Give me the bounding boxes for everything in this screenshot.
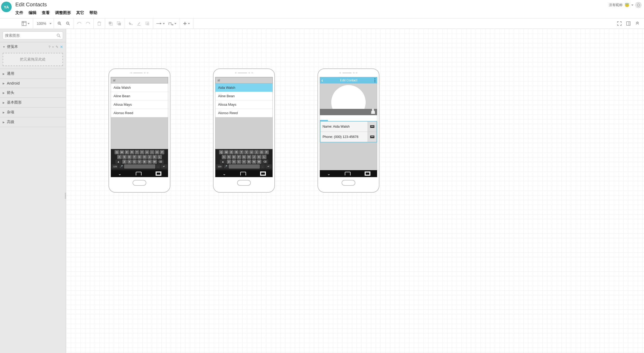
svg-rect-3 bbox=[22, 21, 26, 26]
svg-line-11 bbox=[69, 24, 70, 25]
search-icon[interactable] bbox=[57, 34, 61, 38]
undo-button[interactable] bbox=[76, 20, 83, 27]
phone-mockup-1[interactable]: al Aida Walsh Aline Bean Alissa Mays Alo… bbox=[108, 68, 170, 193]
view-mode-dropdown[interactable] bbox=[21, 21, 31, 26]
redo-button[interactable] bbox=[84, 20, 91, 27]
svg-rect-21 bbox=[137, 25, 140, 26]
menu-arrange[interactable]: 调整图形 bbox=[55, 10, 71, 15]
globe-icon[interactable] bbox=[636, 2, 641, 8]
zoom-out-button[interactable] bbox=[65, 20, 71, 27]
phone1-search-field: al bbox=[111, 77, 168, 83]
diagram-canvas[interactable]: al Aida Walsh Aline Bean Alissa Mays Alo… bbox=[66, 29, 644, 353]
user-dropdown-icon[interactable] bbox=[631, 4, 633, 6]
user-nickname-label: 没有昵称 bbox=[609, 3, 623, 7]
insert-dropdown[interactable] bbox=[182, 22, 191, 25]
phone3-name-action bbox=[368, 122, 377, 132]
person-icon bbox=[371, 110, 375, 114]
document-title[interactable]: Edit Contacts bbox=[15, 1, 609, 9]
format-panel-button[interactable] bbox=[625, 20, 632, 27]
phone1-home-button bbox=[133, 180, 146, 186]
phone2-keyboard: QWERTYUIOP ASDFGHJKL ▲ZXCVBNM⌫ 123🎤.↵ bbox=[215, 149, 273, 170]
svg-rect-23 bbox=[147, 23, 149, 25]
scratchpad-help-button[interactable]: ? bbox=[48, 45, 50, 49]
category-general[interactable]: ▶通用 bbox=[0, 69, 66, 78]
phone1-contact-item: Aida Walsh bbox=[111, 83, 168, 92]
phone3-home-button bbox=[342, 180, 355, 186]
svg-rect-16 bbox=[109, 22, 111, 24]
scratchpad-title: 便笺本 bbox=[7, 44, 18, 49]
category-android[interactable]: ▶Android bbox=[0, 78, 66, 88]
toolbar: 100% bbox=[0, 18, 644, 29]
menu-file[interactable]: 文件 bbox=[15, 10, 23, 15]
svg-rect-13 bbox=[98, 22, 101, 25]
to-front-button[interactable] bbox=[107, 20, 114, 27]
phone-mockup-2[interactable]: al Aida Walsh Aline Bean Alissa Mays Alo… bbox=[213, 68, 275, 193]
phone2-contact-item: Aline Bean bbox=[215, 92, 273, 100]
waypoint-dropdown[interactable] bbox=[167, 22, 178, 25]
category-arrows[interactable]: ▶箭头 bbox=[0, 88, 66, 97]
menu-edit[interactable]: 编辑 bbox=[29, 10, 37, 15]
collapse-button[interactable] bbox=[634, 20, 641, 27]
line-color-button[interactable] bbox=[135, 20, 142, 27]
zoom-in-button[interactable] bbox=[56, 20, 63, 27]
phone1-contact-item: Aline Bean bbox=[111, 92, 168, 100]
phone3-menu-icon bbox=[374, 78, 375, 82]
zoom-dropdown-icon[interactable] bbox=[49, 23, 52, 24]
scratchpad-edit-button[interactable]: ✎ bbox=[56, 45, 58, 49]
fullscreen-button[interactable] bbox=[616, 20, 623, 27]
zoom-level[interactable]: 100% bbox=[35, 21, 48, 26]
phone1-contact-item: Alonso Reed bbox=[111, 109, 168, 117]
scratchpad-add-button[interactable]: + bbox=[52, 45, 54, 49]
svg-point-29 bbox=[57, 34, 60, 36]
phone1-keyboard: QWERTYUIOP ASDFGHJKL ▲ZXCVBNM⌫ 123🎤.↵ bbox=[111, 149, 168, 170]
menu-help[interactable]: 帮助 bbox=[89, 10, 97, 15]
svg-rect-27 bbox=[627, 22, 630, 25]
shapes-sidebar: ▼ 便笺本 ? + ✎ ✕ 把元素拖至此处 ▶通用 ▶Android ▶箭头 ▶… bbox=[0, 29, 66, 353]
shadow-button[interactable] bbox=[144, 20, 151, 27]
category-misc[interactable]: ▶杂项 bbox=[0, 107, 66, 117]
to-back-button[interactable] bbox=[116, 20, 123, 27]
phone-mockup-3[interactable]: ‹ Edit Contact Name: Aida Walsh bbox=[318, 68, 379, 193]
delete-button[interactable] bbox=[96, 20, 103, 27]
svg-rect-15 bbox=[98, 22, 100, 22]
back-button-icon: ‹ bbox=[321, 78, 323, 83]
phone2-home-button bbox=[237, 180, 251, 186]
menu-view[interactable]: 查看 bbox=[42, 10, 50, 15]
category-basic-shapes[interactable]: ▶基本图形 bbox=[0, 97, 66, 107]
phone3-name-field: Name: Aida Walsh bbox=[320, 122, 368, 132]
connection-dropdown[interactable] bbox=[155, 22, 166, 25]
svg-rect-19 bbox=[118, 23, 121, 25]
svg-line-7 bbox=[60, 24, 61, 25]
phone1-contact-item: Alissa Mays bbox=[111, 100, 168, 109]
fill-color-button[interactable] bbox=[127, 20, 134, 27]
phone2-search-field: al bbox=[215, 77, 273, 83]
phone3-header-title: Edit Contact bbox=[324, 78, 373, 82]
svg-point-20 bbox=[131, 24, 133, 25]
category-advanced[interactable]: ▶高级 bbox=[0, 117, 66, 127]
app-logo[interactable]: YA bbox=[1, 2, 12, 12]
user-emoji-icon: 😇 bbox=[625, 3, 629, 7]
phone2-contact-item: Alonso Reed bbox=[215, 109, 273, 117]
phone3-phone-action bbox=[368, 132, 377, 142]
scratchpad-dropzone[interactable]: 把元素拖至此处 bbox=[3, 53, 63, 66]
scratchpad-toggle-icon[interactable]: ▼ bbox=[3, 45, 5, 48]
shapes-search-input[interactable] bbox=[5, 33, 57, 38]
phone2-contact-item: Alissa Mays bbox=[215, 100, 273, 109]
menu-bar: 文件 编辑 查看 调整图形 其它 帮助 bbox=[15, 9, 609, 18]
menu-extras[interactable]: 其它 bbox=[76, 10, 84, 15]
phone2-contact-item-selected: Aida Walsh bbox=[215, 83, 273, 92]
svg-line-30 bbox=[59, 36, 61, 37]
phone3-phone-field: Phone: (000) 123-45678 bbox=[320, 132, 368, 142]
scratchpad-close-button[interactable]: ✕ bbox=[60, 45, 63, 49]
